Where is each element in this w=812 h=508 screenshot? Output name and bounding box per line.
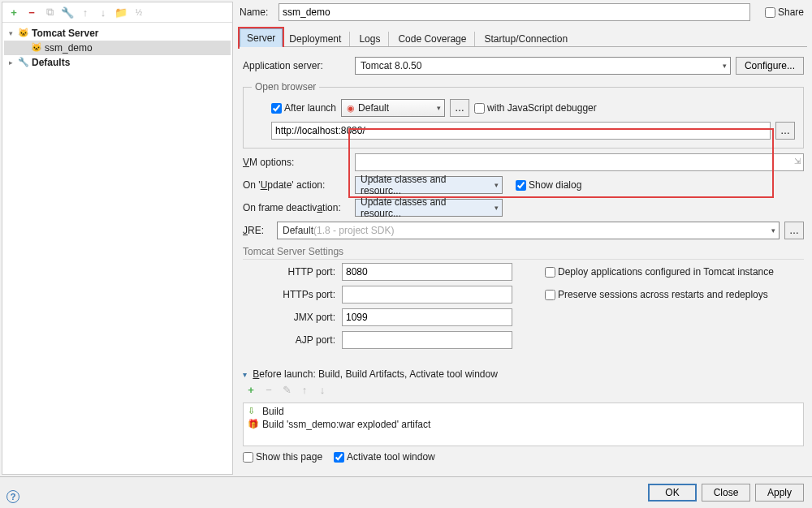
open-browser-legend: Open browser xyxy=(252,81,319,93)
tree-node-ssm-demo[interactable]: 🐱 ssm_demo xyxy=(4,41,231,55)
tab-startup[interactable]: Startup/Connection xyxy=(477,29,575,47)
remove-icon: − xyxy=(262,383,275,396)
update-action-combo[interactable]: Update classes and resourc... xyxy=(355,176,503,194)
up-icon: ↑ xyxy=(79,6,92,19)
jmx-port-input[interactable] xyxy=(342,308,512,326)
name-label: Name: xyxy=(240,6,274,18)
after-launch-check[interactable] xyxy=(271,103,282,114)
frame-deact-label: On frame deactivation: xyxy=(243,202,350,213)
down-icon: ↓ xyxy=(97,6,110,19)
chevron-right-icon[interactable]: ▸ xyxy=(6,58,15,67)
tab-bar: Server Deployment Logs Code Coverage Sta… xyxy=(240,28,807,47)
jmx-port-label: JMX port: xyxy=(262,312,335,323)
ajp-port-input[interactable] xyxy=(342,331,512,349)
frame-deact-combo[interactable]: Update classes and resourc... xyxy=(355,199,503,217)
add-icon[interactable]: + xyxy=(7,6,20,19)
wrench-icon[interactable]: 🔧 xyxy=(61,6,74,19)
expand-icon[interactable]: ⇲ xyxy=(794,157,801,166)
chevron-down-icon[interactable]: ▾ xyxy=(243,370,247,379)
http-port-label: HTTP port: xyxy=(262,266,335,278)
share-label: Share xyxy=(778,6,804,18)
dialog-footer: ? OK Close Apply xyxy=(0,476,812,508)
chrome-icon: ◉ xyxy=(347,103,355,114)
name-input[interactable] xyxy=(279,3,750,21)
build-icon: ⇩ xyxy=(248,406,259,417)
activate-tool-checkbox[interactable]: Activate tool window xyxy=(334,451,435,463)
config-tree[interactable]: ▾ 🐱 Tomcat Server 🐱 ssm_demo ▸ 🔧 Default… xyxy=(2,23,232,73)
show-dialog-check[interactable] xyxy=(516,180,526,191)
down-icon: ↓ xyxy=(316,383,329,396)
config-toolbar: + − ⧉ 🔧 ↑ ↓ 📁 ½ xyxy=(2,2,232,23)
url-input[interactable] xyxy=(271,122,771,140)
tomcat-settings-legend: Tomcat Server Settings xyxy=(243,246,804,260)
tab-server[interactable]: Server xyxy=(240,28,283,47)
sort-icon[interactable]: ½ xyxy=(132,6,145,19)
wrench-icon: 🔧 xyxy=(18,57,29,68)
configure-button[interactable]: Configure... xyxy=(736,57,804,75)
config-tree-panel: + − ⧉ 🔧 ↑ ↓ 📁 ½ ▾ 🐱 Tomcat Server 🐱 ss xyxy=(2,2,233,475)
artifact-icon: 🎁 xyxy=(248,419,259,430)
deploy-in-tomcat-checkbox[interactable]: Deploy applications configured in Tomcat… xyxy=(545,266,804,278)
server-panel: Application server: Tomcat 8.0.50 Config… xyxy=(240,47,807,471)
remove-icon[interactable]: − xyxy=(25,6,38,19)
tree-label: Defaults xyxy=(32,57,70,68)
up-icon: ↑ xyxy=(298,383,311,396)
tomcat-icon: 🐱 xyxy=(31,42,42,54)
update-action-label: On 'Update' action: xyxy=(243,179,350,191)
app-server-combo[interactable]: Tomcat 8.0.50 xyxy=(355,57,731,75)
https-port-label: HTTPs port: xyxy=(262,289,335,300)
tab-logs[interactable]: Logs xyxy=(352,29,387,47)
url-browse-button[interactable]: … xyxy=(775,122,795,140)
jre-combo[interactable]: Default (1.8 - project SDK) xyxy=(277,222,780,239)
help-icon[interactable]: ? xyxy=(6,490,19,503)
ok-button[interactable]: OK xyxy=(648,484,697,502)
tree-node-tomcat-server[interactable]: ▾ 🐱 Tomcat Server xyxy=(4,26,231,41)
preserve-sessions-checkbox[interactable]: Preserve sessions across restarts and re… xyxy=(545,289,804,300)
copy-icon[interactable]: ⧉ xyxy=(43,6,56,19)
tree-label: Tomcat Server xyxy=(32,28,98,39)
jre-browse-button[interactable]: … xyxy=(784,222,804,239)
after-launch-checkbox[interactable]: After launch xyxy=(271,102,336,114)
show-dialog-checkbox[interactable]: Show dialog xyxy=(516,179,581,191)
ajp-port-label: AJP port: xyxy=(262,334,335,346)
edit-icon: ✎ xyxy=(280,383,293,396)
js-debugger-check[interactable] xyxy=(474,103,485,114)
vm-options-label: VM options: xyxy=(243,157,350,168)
vm-options-input[interactable]: ⇲ xyxy=(355,153,804,171)
browser-combo[interactable]: ◉ Default xyxy=(341,99,445,117)
https-port-input[interactable] xyxy=(342,286,512,304)
apply-button[interactable]: Apply xyxy=(755,484,804,502)
http-port-input[interactable] xyxy=(342,263,512,281)
jre-label: JRE: xyxy=(243,225,272,236)
list-item[interactable]: 🎁 Build 'ssm_demo:war exploded' artifact xyxy=(245,418,801,431)
tab-deployment[interactable]: Deployment xyxy=(282,29,348,47)
app-server-label: Application server: xyxy=(243,60,350,71)
show-page-checkbox[interactable]: Show this page xyxy=(243,451,322,463)
share-check[interactable] xyxy=(765,7,775,18)
chevron-down-icon[interactable]: ▾ xyxy=(6,29,15,37)
before-launch-label: Before launch: Build, Build Artifacts, A… xyxy=(253,368,498,380)
folder-icon[interactable]: 📁 xyxy=(114,6,127,19)
add-icon[interactable]: + xyxy=(244,383,257,396)
list-item[interactable]: ⇩ Build xyxy=(245,405,801,418)
close-button[interactable]: Close xyxy=(702,484,750,502)
browser-browse-button[interactable]: … xyxy=(450,99,469,117)
tree-label: ssm_demo xyxy=(45,42,93,54)
before-launch-list[interactable]: ⇩ Build 🎁 Build 'ssm_demo:war exploded' … xyxy=(243,403,804,446)
tree-node-defaults[interactable]: ▸ 🔧 Defaults xyxy=(4,55,231,70)
config-content: Name: Share Server Deployment Logs Code … xyxy=(235,0,812,476)
tomcat-icon: 🐱 xyxy=(18,28,29,39)
share-checkbox[interactable]: Share xyxy=(765,6,804,18)
js-debugger-checkbox[interactable]: with JavaScript debugger xyxy=(474,102,597,114)
open-browser-group: Open browser After launch ◉ Default … xyxy=(243,81,804,149)
tab-code-coverage[interactable]: Code Coverage xyxy=(391,29,473,47)
